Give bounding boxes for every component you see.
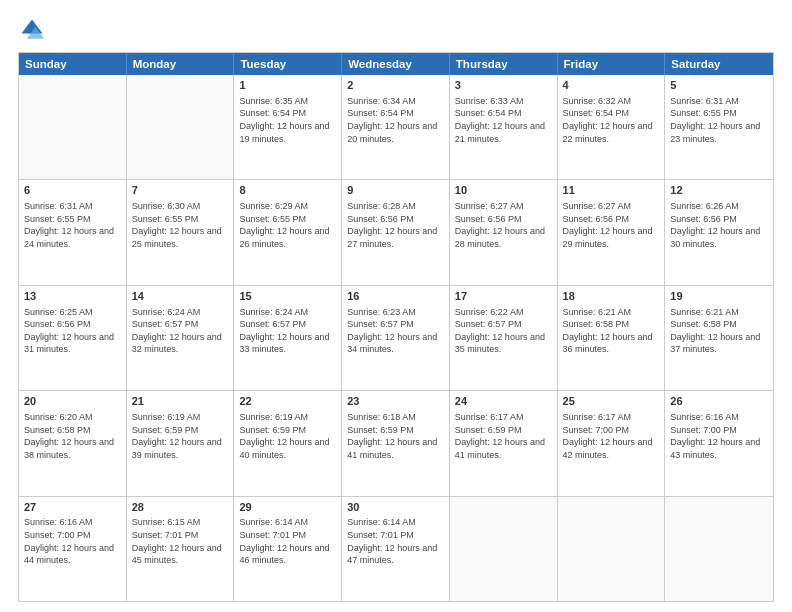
day-info-13: Sunrise: 6:25 AM Sunset: 6:56 PM Dayligh… — [24, 306, 121, 356]
day-info-7: Sunrise: 6:30 AM Sunset: 6:55 PM Dayligh… — [132, 200, 229, 250]
day-info-24: Sunrise: 6:17 AM Sunset: 6:59 PM Dayligh… — [455, 411, 552, 461]
day-cell-28: 28Sunrise: 6:15 AM Sunset: 7:01 PM Dayli… — [127, 497, 235, 601]
empty-cell-0-1 — [127, 75, 235, 179]
day-info-18: Sunrise: 6:21 AM Sunset: 6:58 PM Dayligh… — [563, 306, 660, 356]
day-number-15: 15 — [239, 289, 336, 304]
day-info-21: Sunrise: 6:19 AM Sunset: 6:59 PM Dayligh… — [132, 411, 229, 461]
day-info-23: Sunrise: 6:18 AM Sunset: 6:59 PM Dayligh… — [347, 411, 444, 461]
day-cell-4: 4Sunrise: 6:32 AM Sunset: 6:54 PM Daylig… — [558, 75, 666, 179]
day-number-9: 9 — [347, 183, 444, 198]
day-info-29: Sunrise: 6:14 AM Sunset: 7:01 PM Dayligh… — [239, 516, 336, 566]
day-cell-1: 1Sunrise: 6:35 AM Sunset: 6:54 PM Daylig… — [234, 75, 342, 179]
day-cell-5: 5Sunrise: 6:31 AM Sunset: 6:55 PM Daylig… — [665, 75, 773, 179]
day-number-6: 6 — [24, 183, 121, 198]
day-cell-21: 21Sunrise: 6:19 AM Sunset: 6:59 PM Dayli… — [127, 391, 235, 495]
day-number-19: 19 — [670, 289, 768, 304]
calendar-body: 1Sunrise: 6:35 AM Sunset: 6:54 PM Daylig… — [19, 75, 773, 601]
day-info-5: Sunrise: 6:31 AM Sunset: 6:55 PM Dayligh… — [670, 95, 768, 145]
day-info-19: Sunrise: 6:21 AM Sunset: 6:58 PM Dayligh… — [670, 306, 768, 356]
header-monday: Monday — [127, 53, 235, 75]
empty-cell-4-6 — [665, 497, 773, 601]
day-number-25: 25 — [563, 394, 660, 409]
day-cell-9: 9Sunrise: 6:28 AM Sunset: 6:56 PM Daylig… — [342, 180, 450, 284]
day-cell-25: 25Sunrise: 6:17 AM Sunset: 7:00 PM Dayli… — [558, 391, 666, 495]
day-number-14: 14 — [132, 289, 229, 304]
day-number-24: 24 — [455, 394, 552, 409]
calendar: Sunday Monday Tuesday Wednesday Thursday… — [18, 52, 774, 602]
day-cell-27: 27Sunrise: 6:16 AM Sunset: 7:00 PM Dayli… — [19, 497, 127, 601]
day-info-2: Sunrise: 6:34 AM Sunset: 6:54 PM Dayligh… — [347, 95, 444, 145]
day-info-15: Sunrise: 6:24 AM Sunset: 6:57 PM Dayligh… — [239, 306, 336, 356]
week-row-4: 20Sunrise: 6:20 AM Sunset: 6:58 PM Dayli… — [19, 390, 773, 495]
day-cell-2: 2Sunrise: 6:34 AM Sunset: 6:54 PM Daylig… — [342, 75, 450, 179]
day-info-26: Sunrise: 6:16 AM Sunset: 7:00 PM Dayligh… — [670, 411, 768, 461]
empty-cell-4-4 — [450, 497, 558, 601]
day-info-17: Sunrise: 6:22 AM Sunset: 6:57 PM Dayligh… — [455, 306, 552, 356]
day-number-4: 4 — [563, 78, 660, 93]
day-info-25: Sunrise: 6:17 AM Sunset: 7:00 PM Dayligh… — [563, 411, 660, 461]
day-cell-23: 23Sunrise: 6:18 AM Sunset: 6:59 PM Dayli… — [342, 391, 450, 495]
day-number-27: 27 — [24, 500, 121, 515]
day-number-21: 21 — [132, 394, 229, 409]
day-number-3: 3 — [455, 78, 552, 93]
day-info-27: Sunrise: 6:16 AM Sunset: 7:00 PM Dayligh… — [24, 516, 121, 566]
day-info-6: Sunrise: 6:31 AM Sunset: 6:55 PM Dayligh… — [24, 200, 121, 250]
day-number-10: 10 — [455, 183, 552, 198]
day-number-5: 5 — [670, 78, 768, 93]
day-cell-6: 6Sunrise: 6:31 AM Sunset: 6:55 PM Daylig… — [19, 180, 127, 284]
day-cell-20: 20Sunrise: 6:20 AM Sunset: 6:58 PM Dayli… — [19, 391, 127, 495]
week-row-1: 1Sunrise: 6:35 AM Sunset: 6:54 PM Daylig… — [19, 75, 773, 179]
day-info-14: Sunrise: 6:24 AM Sunset: 6:57 PM Dayligh… — [132, 306, 229, 356]
empty-cell-4-5 — [558, 497, 666, 601]
day-number-23: 23 — [347, 394, 444, 409]
week-row-5: 27Sunrise: 6:16 AM Sunset: 7:00 PM Dayli… — [19, 496, 773, 601]
day-number-18: 18 — [563, 289, 660, 304]
header-sunday: Sunday — [19, 53, 127, 75]
empty-cell-0-0 — [19, 75, 127, 179]
day-cell-11: 11Sunrise: 6:27 AM Sunset: 6:56 PM Dayli… — [558, 180, 666, 284]
logo — [18, 16, 50, 44]
day-info-8: Sunrise: 6:29 AM Sunset: 6:55 PM Dayligh… — [239, 200, 336, 250]
header-wednesday: Wednesday — [342, 53, 450, 75]
day-cell-30: 30Sunrise: 6:14 AM Sunset: 7:01 PM Dayli… — [342, 497, 450, 601]
header-friday: Friday — [558, 53, 666, 75]
day-info-9: Sunrise: 6:28 AM Sunset: 6:56 PM Dayligh… — [347, 200, 444, 250]
day-number-13: 13 — [24, 289, 121, 304]
day-number-17: 17 — [455, 289, 552, 304]
day-cell-7: 7Sunrise: 6:30 AM Sunset: 6:55 PM Daylig… — [127, 180, 235, 284]
day-cell-12: 12Sunrise: 6:26 AM Sunset: 6:56 PM Dayli… — [665, 180, 773, 284]
day-number-26: 26 — [670, 394, 768, 409]
day-info-20: Sunrise: 6:20 AM Sunset: 6:58 PM Dayligh… — [24, 411, 121, 461]
day-cell-3: 3Sunrise: 6:33 AM Sunset: 6:54 PM Daylig… — [450, 75, 558, 179]
day-number-20: 20 — [24, 394, 121, 409]
day-cell-8: 8Sunrise: 6:29 AM Sunset: 6:55 PM Daylig… — [234, 180, 342, 284]
day-cell-22: 22Sunrise: 6:19 AM Sunset: 6:59 PM Dayli… — [234, 391, 342, 495]
day-number-8: 8 — [239, 183, 336, 198]
day-number-2: 2 — [347, 78, 444, 93]
day-info-28: Sunrise: 6:15 AM Sunset: 7:01 PM Dayligh… — [132, 516, 229, 566]
day-info-22: Sunrise: 6:19 AM Sunset: 6:59 PM Dayligh… — [239, 411, 336, 461]
header-thursday: Thursday — [450, 53, 558, 75]
day-cell-15: 15Sunrise: 6:24 AM Sunset: 6:57 PM Dayli… — [234, 286, 342, 390]
day-cell-26: 26Sunrise: 6:16 AM Sunset: 7:00 PM Dayli… — [665, 391, 773, 495]
day-number-29: 29 — [239, 500, 336, 515]
day-cell-16: 16Sunrise: 6:23 AM Sunset: 6:57 PM Dayli… — [342, 286, 450, 390]
header — [18, 16, 774, 44]
day-cell-13: 13Sunrise: 6:25 AM Sunset: 6:56 PM Dayli… — [19, 286, 127, 390]
week-row-2: 6Sunrise: 6:31 AM Sunset: 6:55 PM Daylig… — [19, 179, 773, 284]
day-cell-14: 14Sunrise: 6:24 AM Sunset: 6:57 PM Dayli… — [127, 286, 235, 390]
day-info-11: Sunrise: 6:27 AM Sunset: 6:56 PM Dayligh… — [563, 200, 660, 250]
day-number-7: 7 — [132, 183, 229, 198]
day-cell-19: 19Sunrise: 6:21 AM Sunset: 6:58 PM Dayli… — [665, 286, 773, 390]
page: Sunday Monday Tuesday Wednesday Thursday… — [0, 0, 792, 612]
day-number-28: 28 — [132, 500, 229, 515]
day-cell-29: 29Sunrise: 6:14 AM Sunset: 7:01 PM Dayli… — [234, 497, 342, 601]
day-cell-24: 24Sunrise: 6:17 AM Sunset: 6:59 PM Dayli… — [450, 391, 558, 495]
logo-icon — [18, 16, 46, 44]
day-number-30: 30 — [347, 500, 444, 515]
day-cell-10: 10Sunrise: 6:27 AM Sunset: 6:56 PM Dayli… — [450, 180, 558, 284]
day-info-12: Sunrise: 6:26 AM Sunset: 6:56 PM Dayligh… — [670, 200, 768, 250]
week-row-3: 13Sunrise: 6:25 AM Sunset: 6:56 PM Dayli… — [19, 285, 773, 390]
calendar-header: Sunday Monday Tuesday Wednesday Thursday… — [19, 53, 773, 75]
header-saturday: Saturday — [665, 53, 773, 75]
